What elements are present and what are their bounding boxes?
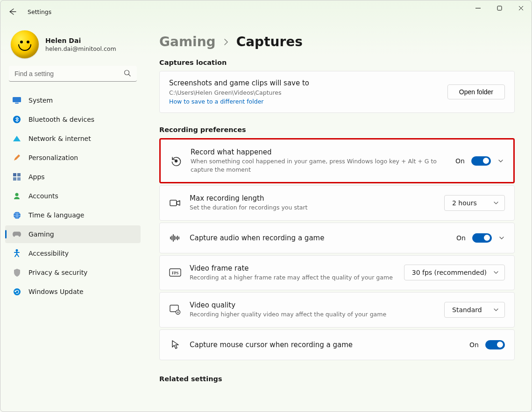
minimize-button[interactable]	[467, 0, 489, 15]
svg-point-13	[175, 159, 177, 162]
person-icon	[13, 192, 21, 200]
sidebar-item-label: Accessibility	[28, 250, 69, 257]
profile-block[interactable]: Helen Dai helen.dai@minitool.com	[4, 28, 142, 66]
rewind-icon	[170, 155, 182, 167]
row-subtitle: When something cool happened in your gam…	[191, 157, 447, 174]
sidebar-item-label: Apps	[28, 173, 45, 181]
video-quality-select[interactable]: Standard	[444, 302, 505, 318]
record-what-happened-toggle[interactable]	[471, 156, 491, 166]
cursor-icon	[169, 340, 181, 350]
open-folder-button[interactable]: Open folder	[447, 84, 505, 99]
sidebar-item-time-language[interactable]: Time & language	[5, 206, 141, 224]
nav-list: System Bluetooth & devices Network & int…	[4, 88, 142, 300]
capture-cursor-row: Capture mouse cursor when recording a ga…	[159, 329, 515, 360]
sidebar-item-accessibility[interactable]: Accessibility	[5, 244, 141, 262]
sidebar-item-bluetooth[interactable]: Bluetooth & devices	[5, 111, 141, 128]
maximize-button[interactable]	[489, 0, 510, 15]
section-header-recording: Recording preferences	[159, 126, 515, 133]
fps-icon: FPS	[169, 268, 181, 277]
row-title: Video quality	[190, 301, 436, 309]
svg-rect-7	[13, 177, 16, 181]
svg-rect-6	[17, 173, 21, 176]
globe-icon	[13, 211, 21, 219]
row-subtitle: Recording higher quality video may affec…	[190, 310, 436, 319]
svg-point-19	[177, 311, 179, 313]
sidebar-item-label: Bluetooth & devices	[28, 116, 94, 123]
svg-point-9	[15, 193, 19, 196]
sidebar-item-update[interactable]: Windows Update	[5, 283, 141, 300]
toggle-label: On	[455, 157, 465, 165]
sidebar-item-apps[interactable]: Apps	[5, 168, 141, 186]
brush-icon	[13, 154, 21, 162]
sidebar-item-label: Time & language	[28, 211, 84, 219]
shield-icon	[13, 268, 21, 277]
max-recording-length-select[interactable]: 2 hours	[444, 195, 505, 211]
sidebar-item-network[interactable]: Network & internet	[5, 130, 141, 147]
row-title: Capture audio when recording a game	[190, 234, 448, 242]
sidebar-item-label: Privacy & security	[28, 269, 87, 276]
gamepad-icon	[13, 230, 21, 238]
section-header-location: Captures location	[159, 59, 515, 66]
video-camera-icon	[169, 198, 181, 208]
sidebar-item-gaming[interactable]: Gaming	[5, 225, 141, 243]
svg-rect-8	[17, 177, 21, 181]
chevron-down-icon	[493, 307, 499, 313]
select-value: 2 hours	[452, 199, 477, 207]
svg-rect-2	[13, 97, 21, 102]
video-quality-row: Video quality Recording higher quality v…	[159, 292, 515, 328]
capture-audio-row[interactable]: Capture audio when recording a game On	[159, 223, 515, 253]
sidebar-item-personalization[interactable]: Personalization	[5, 149, 141, 167]
svg-point-12	[14, 288, 21, 295]
capture-audio-toggle[interactable]	[472, 233, 492, 243]
page-title: Captures	[236, 34, 303, 49]
profile-name: Helen Dai	[45, 37, 116, 44]
window-controls	[467, 0, 532, 15]
apps-icon	[13, 173, 21, 181]
select-value: Standard	[452, 306, 482, 314]
breadcrumb-parent[interactable]: Gaming	[159, 34, 216, 49]
sidebar-item-privacy[interactable]: Privacy & security	[5, 264, 141, 281]
sidebar-item-system[interactable]: System	[5, 91, 141, 109]
audio-wave-icon	[169, 234, 181, 242]
profile-email: helen.dai@minitool.com	[45, 45, 116, 52]
chevron-down-icon[interactable]	[498, 235, 505, 241]
row-title: Max recording length	[190, 194, 436, 203]
capture-cursor-toggle[interactable]	[485, 340, 505, 349]
svg-rect-14	[170, 200, 177, 206]
sidebar-item-label: Accounts	[28, 192, 58, 200]
sidebar: Helen Dai helen.dai@minitool.com System	[0, 23, 145, 412]
record-what-happened-row[interactable]: Record what happened When something cool…	[159, 138, 515, 183]
chevron-down-icon[interactable]	[497, 158, 504, 164]
close-button[interactable]	[510, 0, 532, 15]
row-title: Record what happened	[191, 148, 447, 156]
max-recording-length-row: Max recording length Set the duration fo…	[159, 185, 515, 221]
chevron-down-icon	[493, 270, 499, 275]
row-subtitle: Set the duration for recordings you star…	[190, 203, 436, 212]
breadcrumb: Gaming Captures	[159, 34, 515, 49]
back-button[interactable]	[9, 8, 16, 15]
sidebar-item-label: System	[28, 97, 53, 104]
row-title: Capture mouse cursor when recording a ga…	[190, 341, 461, 349]
location-help-link[interactable]: How to save to a different folder	[169, 98, 309, 105]
video-frame-rate-row: FPS Video frame rate Recording at a high…	[159, 255, 515, 291]
bluetooth-icon	[13, 115, 21, 124]
svg-text:FPS: FPS	[172, 271, 179, 275]
quality-gear-icon	[169, 305, 181, 315]
search-input[interactable]	[9, 66, 137, 82]
accessibility-icon	[13, 249, 21, 258]
toggle-label: On	[456, 234, 466, 242]
main-content: Gaming Captures Captures location Screen…	[145, 23, 532, 412]
location-title: Screenshots and game clips will save to	[169, 79, 309, 87]
row-subtitle: Recording at a higher frame rate may aff…	[190, 273, 396, 282]
frame-rate-select[interactable]: 30 fps (recommended)	[404, 265, 505, 280]
update-icon	[13, 287, 21, 296]
sidebar-item-label: Gaming	[28, 230, 54, 238]
sidebar-item-label: Windows Update	[28, 288, 84, 295]
avatar	[11, 30, 39, 58]
monitor-icon	[13, 96, 21, 105]
sidebar-item-label: Network & internet	[28, 135, 91, 142]
sidebar-item-accounts[interactable]: Accounts	[5, 187, 141, 205]
row-title: Video frame rate	[190, 264, 396, 272]
svg-rect-3	[15, 103, 19, 104]
svg-rect-0	[497, 6, 502, 10]
